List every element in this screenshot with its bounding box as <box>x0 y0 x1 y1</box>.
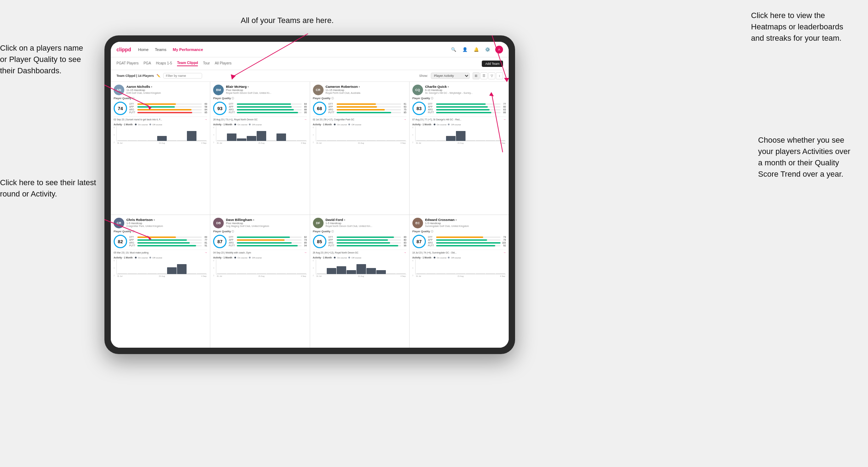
avatar[interactable]: AN <box>114 85 124 95</box>
player-name[interactable]: Chris Robertson ● <box>126 218 207 222</box>
latest-round[interactable]: 26 Aug 23 | 73 (+1), Royal North Devon G… <box>213 116 307 121</box>
chart-grid <box>116 126 207 141</box>
quality-score[interactable]: 87 <box>412 235 426 248</box>
nav-logo[interactable]: clippd <box>116 47 131 52</box>
quality-stats: OTT 60 APP 77 ARG 81 PU <box>129 236 207 247</box>
tab-tour[interactable]: Tour <box>203 61 210 66</box>
player-name[interactable]: Dave Billingham ● <box>226 218 307 222</box>
avatar[interactable]: BM <box>213 85 224 95</box>
add-team-button[interactable]: Add Team <box>482 61 503 67</box>
tab-pga[interactable]: PGA <box>143 61 151 66</box>
filter-button[interactable]: ▽ <box>488 72 495 79</box>
quality-stats: OTT 60 APP 58 ARG 84 PU <box>129 103 207 114</box>
bell-icon[interactable]: 🔔 <box>473 46 480 53</box>
tab-all-players[interactable]: All Players <box>215 61 232 66</box>
quality-score[interactable]: 83 <box>412 102 426 115</box>
quality-score[interactable]: 93 <box>213 102 227 115</box>
round-arrow[interactable]: → <box>204 251 207 254</box>
quality-stats: OTT 89 APP 80 ARG 83 PU <box>329 236 406 247</box>
player-card: AN Aaron Nicholls ● 11-15 Handicap Drift… <box>111 82 210 215</box>
latest-round[interactable]: 02 Sep 23 | Sunset round to get back int… <box>114 116 207 121</box>
chart-grid <box>216 126 307 141</box>
chart-dates: 31 Jul 21 Aug 4 Sep <box>316 275 406 277</box>
avatar[interactable]: DF <box>313 218 324 228</box>
latest-round[interactable]: 07 Aug 23 | 77 (+7), St George's Hill GC… <box>412 116 506 121</box>
off-course-label: Off course <box>252 124 262 126</box>
quality-score[interactable]: 85 <box>313 235 326 248</box>
round-arrow[interactable]: → <box>503 118 506 121</box>
stat-row-ott: OTT 77 <box>428 103 506 105</box>
nav-home[interactable]: Home <box>138 47 148 52</box>
round-arrow[interactable]: → <box>404 118 406 121</box>
activity-section: Activity · 1 Month On course Off course … <box>412 123 506 144</box>
quality-label: Player Quality ⓘ <box>213 230 307 233</box>
mini-chart: 642 31 Jul 21 Aug 4 Sep <box>412 260 506 277</box>
quality-score[interactable]: 82 <box>114 235 127 248</box>
chart-dates: 31 Jul 21 Aug 4 Sep <box>216 275 307 277</box>
verified-icon: ● <box>151 85 152 88</box>
activity-title: Activity · 1 Month <box>412 123 432 126</box>
latest-round[interactable]: 05 Mar 23 | 19, Must make putting → <box>114 250 207 254</box>
avatar[interactable]: CR <box>114 218 124 228</box>
nav-teams[interactable]: Teams <box>155 47 166 52</box>
latest-round[interactable]: 02 Jul 23 | 59 (+17), Craigmillar Park G… <box>313 116 406 121</box>
stat-row-putt: PUTT 91 <box>129 244 207 247</box>
quality-score[interactable]: 68 <box>313 102 326 115</box>
player-club: Royal Perth Golf Club, Australia <box>326 92 406 94</box>
player-name[interactable]: Charlie Quick ● <box>425 85 506 89</box>
nav-icons: 🔍 👤 🔔 ⚙️ A <box>450 46 503 53</box>
player-name[interactable]: Blair McHarg ● <box>226 85 307 89</box>
mini-chart: 642 31 Jul 21 Aug 4 Sep <box>412 126 506 144</box>
avatar[interactable]: EC <box>412 218 423 228</box>
tab-pgat[interactable]: PGAT Players <box>116 61 138 66</box>
show-select[interactable]: Player Activity Quality Score Trend <box>431 73 470 79</box>
chart-dates: 31 Jul 21 Aug 4 Sep <box>415 275 506 277</box>
chart-grid <box>116 260 207 274</box>
quality-section: 83 OTT 77 APP 80 ARG <box>412 102 506 115</box>
profile-icon[interactable]: 👤 <box>461 46 468 53</box>
round-arrow[interactable]: → <box>304 251 307 254</box>
player-name[interactable]: Cameron Robertson ● <box>326 85 406 89</box>
quality-score[interactable]: 87 <box>213 235 227 248</box>
filter-input[interactable] <box>163 73 202 79</box>
quality-score[interactable]: 74 <box>114 102 127 115</box>
stat-row-ott: OTT 73 <box>428 236 506 238</box>
player-header: AN Aaron Nicholls ● 11-15 Handicap Drift… <box>114 85 207 95</box>
mini-chart: 642 31 Jul 21 Aug 4 Sep <box>213 260 307 277</box>
latest-round[interactable]: 18 Jul 23 | 74 (+4), Sunningdale GC - Ol… <box>412 250 506 254</box>
player-name[interactable]: Edward Crossman ● <box>425 218 506 222</box>
chart-dates: 31 Jul 21 Aug 4 Sep <box>116 275 207 277</box>
avatar[interactable]: DB <box>213 218 224 228</box>
sort-button[interactable]: ↕ <box>496 72 503 79</box>
quality-stats: OTT 61 APP 63 ARG 75 PU <box>329 103 406 114</box>
list-view-button[interactable]: ☰ <box>480 72 487 79</box>
round-arrow[interactable]: → <box>404 251 406 254</box>
nav-my-performance[interactable]: My Performance <box>173 47 203 52</box>
tab-hcaps[interactable]: Hcaps 1-5 <box>156 61 172 66</box>
players-grid: AN Aaron Nicholls ● 11-15 Handicap Drift… <box>111 82 509 348</box>
grid-view-button[interactable]: ⊞ <box>473 72 480 79</box>
latest-round[interactable]: 04 Sep 23 | Mobility with coach, Gym → <box>213 250 307 254</box>
off-course-label: Off course <box>451 124 461 126</box>
search-icon[interactable]: 🔍 <box>450 46 457 53</box>
player-name[interactable]: Aaron Nicholls ● <box>126 85 207 89</box>
stat-row-app: APP 79 <box>428 239 506 241</box>
player-card: BM Blair McHarg ● Plus Handicap Royal No… <box>210 82 309 215</box>
avatar[interactable]: CQ <box>412 85 423 95</box>
settings-icon[interactable]: ⚙️ <box>484 46 491 53</box>
player-handicap: Plus Handicap <box>226 222 307 225</box>
verified-icon: ● <box>253 218 254 221</box>
quality-section: 68 OTT 61 APP 63 ARG <box>313 102 406 115</box>
player-name[interactable]: David Ford ● <box>326 218 406 222</box>
latest-round[interactable]: 26 Aug 23 | 84 (+12), Royal North Devon … <box>313 250 406 254</box>
avatar-icon[interactable]: A <box>495 46 503 53</box>
mini-chart: 642 31 Jul 21 Aug 4 Sep <box>313 126 406 144</box>
round-arrow[interactable]: → <box>304 118 307 121</box>
round-arrow[interactable]: → <box>204 118 207 121</box>
round-arrow[interactable]: → <box>503 251 506 254</box>
tab-team-clippd[interactable]: Team Clippd <box>177 61 198 66</box>
quality-label: Player Quality ⓘ <box>412 230 506 233</box>
activity-section: Activity · 1 Month On course Off course … <box>213 123 307 144</box>
edit-icon[interactable]: ✏️ <box>156 74 160 78</box>
avatar[interactable]: CR <box>313 85 324 95</box>
